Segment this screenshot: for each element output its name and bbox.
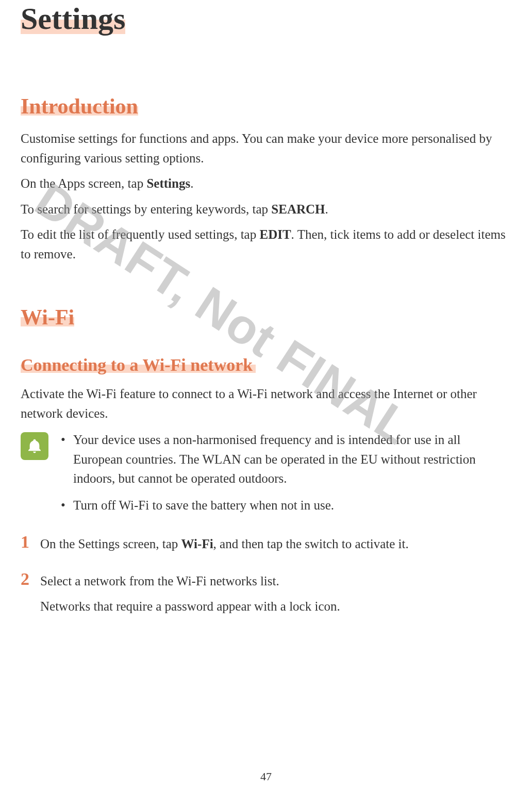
bell-icon [26, 438, 43, 454]
note-item: Your device uses a non-harmonised freque… [61, 430, 511, 488]
step-body: On the Settings screen, tap Wi-Fi, and t… [40, 532, 409, 560]
step-line: Select a network from the Wi-Fi networks… [40, 571, 340, 591]
step-2: 2 Select a network from the Wi-Fi networ… [21, 569, 511, 622]
wifi-intro-paragraph: Activate the Wi-Fi feature to connect to… [21, 384, 511, 423]
note-box: Your device uses a non-harmonised freque… [21, 430, 511, 522]
note-content: Your device uses a non-harmonised freque… [61, 430, 511, 522]
step-line: Networks that require a password appear … [40, 597, 340, 616]
chapter-title: Settings [21, 0, 511, 37]
bold-wifi: Wi-Fi [181, 537, 213, 551]
intro-paragraph-4: To edit the list of frequently used sett… [21, 225, 511, 264]
text-span: To search for settings by entering keywo… [21, 202, 271, 216]
section-heading-wifi: Wi-Fi [21, 305, 511, 330]
intro-paragraph-1: Customise settings for functions and app… [21, 129, 511, 168]
text-span: . [190, 176, 193, 190]
step-body: Select a network from the Wi-Fi networks… [40, 569, 340, 622]
intro-paragraph-3: To search for settings by entering keywo… [21, 200, 511, 219]
text-span: . [325, 202, 328, 216]
text-span: To edit the list of frequently used sett… [21, 227, 259, 241]
bold-search: SEARCH [271, 202, 325, 216]
note-item: Turn off Wi-Fi to save the battery when … [61, 496, 511, 515]
subsection-heading-connecting: Connecting to a Wi-Fi network [21, 355, 511, 375]
intro-paragraph-2: On the Apps screen, tap Settings. [21, 174, 511, 193]
text-span: On the Settings screen, tap [40, 537, 181, 551]
step-number: 2 [21, 569, 31, 588]
page-number: 47 [0, 770, 532, 783]
text-span: , and then tap the switch to activate it… [213, 537, 409, 551]
note-icon [21, 432, 48, 460]
bold-edit: EDIT [259, 227, 291, 241]
section-heading-text: Wi-Fi [21, 305, 74, 329]
step-number: 1 [21, 532, 31, 551]
bold-settings: Settings [146, 176, 190, 190]
section-heading-introduction: Introduction [21, 94, 511, 119]
section-heading-text: Introduction [21, 94, 138, 118]
step-1: 1 On the Settings screen, tap Wi-Fi, and… [21, 532, 511, 560]
text-span: On the Apps screen, tap [21, 176, 146, 190]
chapter-title-text: Settings [21, 2, 125, 36]
subsection-heading-text: Connecting to a Wi-Fi network [21, 355, 253, 374]
